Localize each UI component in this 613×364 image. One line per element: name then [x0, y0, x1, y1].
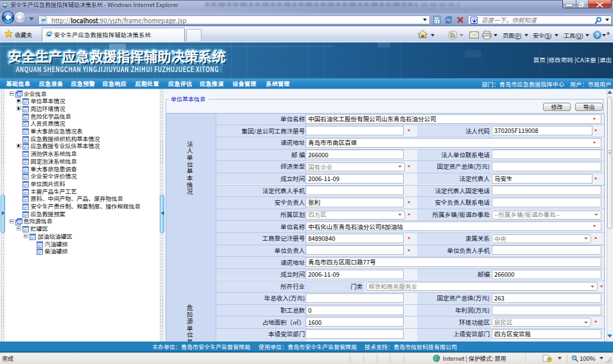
svg-text:?: ?	[596, 32, 600, 39]
